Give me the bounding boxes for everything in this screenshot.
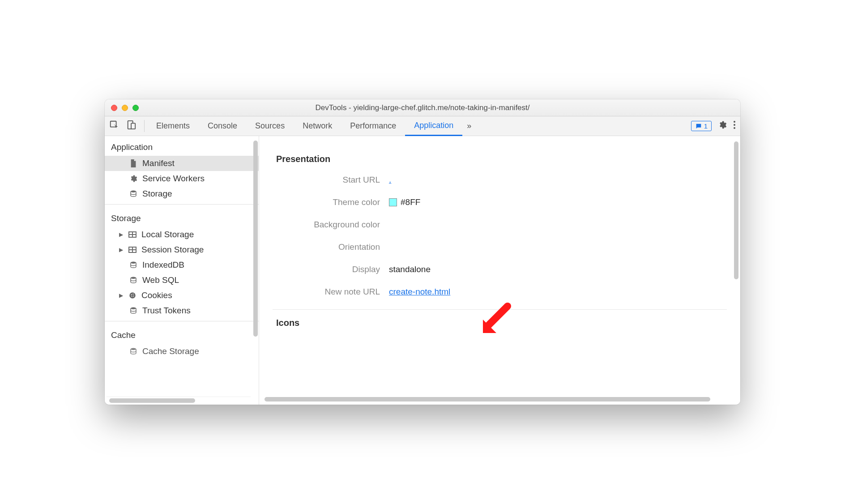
- sidebar-item-cookies[interactable]: ▶ Cookies: [105, 288, 259, 303]
- svg-point-4: [734, 124, 735, 126]
- row-start-url: Start URL .: [273, 175, 727, 185]
- label-background-color: Background color: [273, 220, 389, 230]
- svg-rect-2: [131, 123, 135, 129]
- database-icon: [129, 307, 138, 315]
- more-tabs-button[interactable]: »: [462, 121, 476, 131]
- window-title: DevTools - yielding-large-chef.glitch.me…: [105, 103, 740, 112]
- row-theme-color: Theme color #8FF: [273, 197, 727, 207]
- devtools-window: DevTools - yielding-large-chef.glitch.me…: [105, 99, 740, 405]
- sidebar-item-label: Cache Storage: [142, 346, 199, 356]
- link-start-url[interactable]: .: [389, 175, 391, 185]
- kebab-menu-icon[interactable]: [733, 120, 736, 132]
- caret-icon: ▶: [118, 292, 124, 299]
- sidebar-item-storage[interactable]: Storage: [105, 186, 259, 201]
- sidebar-item-manifest[interactable]: Manifest: [105, 156, 259, 171]
- label-new-note-url: New note URL: [273, 287, 389, 297]
- svg-point-20: [131, 308, 136, 310]
- row-new-note-url: New note URL create-note.html: [273, 287, 727, 297]
- svg-point-13: [131, 262, 136, 264]
- sidebar-divider: [105, 321, 259, 321]
- sidebar-item-session-storage[interactable]: ▶ Session Storage: [105, 242, 259, 257]
- section-presentation: Presentation: [276, 154, 727, 164]
- label-theme-color: Theme color: [273, 197, 389, 207]
- color-swatch: [389, 198, 397, 206]
- tab-console[interactable]: Console: [199, 116, 246, 136]
- devtools-toolbar: Elements Console Sources Network Perform…: [105, 116, 740, 136]
- database-icon: [129, 347, 138, 355]
- titlebar: DevTools - yielding-large-chef.glitch.me…: [105, 99, 740, 116]
- sidebar-item-label: IndexedDB: [142, 260, 184, 270]
- settings-icon[interactable]: [718, 120, 727, 132]
- main-scrollbar-h[interactable]: [262, 396, 731, 403]
- sidebar-scrollbar-h[interactable]: [107, 397, 251, 404]
- issues-count: 1: [704, 122, 708, 130]
- label-orientation: Orientation: [273, 242, 389, 252]
- row-display: Display standalone: [273, 265, 727, 274]
- svg-point-17: [133, 294, 134, 295]
- label-display: Display: [273, 265, 389, 274]
- sidebar-item-label: Manifest: [142, 158, 175, 168]
- sidebar-scrollbar[interactable]: [253, 141, 258, 392]
- gear-icon: [129, 175, 138, 183]
- label-start-url: Start URL: [273, 175, 389, 185]
- svg-point-5: [734, 127, 735, 129]
- tab-performance[interactable]: Performance: [341, 116, 405, 136]
- sidebar-item-local-storage[interactable]: ▶ Local Storage: [105, 227, 259, 242]
- row-orientation: Orientation: [273, 242, 727, 252]
- svg-point-3: [734, 121, 735, 123]
- row-background-color: Background color: [273, 220, 727, 230]
- sidebar-item-websql[interactable]: Web SQL: [105, 273, 259, 288]
- sidebar-item-cache-storage[interactable]: Cache Storage: [105, 344, 259, 359]
- main-scrollbar[interactable]: [734, 141, 738, 392]
- sidebar-item-label: Trust Tokens: [142, 306, 191, 316]
- svg-point-6: [131, 191, 136, 193]
- sidebar-item-label: Web SQL: [142, 275, 179, 285]
- device-toolbar-icon[interactable]: [126, 120, 136, 132]
- value-theme-color: #8FF: [401, 197, 420, 207]
- database-icon: [129, 261, 138, 269]
- group-storage-title: Storage: [105, 207, 259, 227]
- tab-application[interactable]: Application: [405, 117, 462, 136]
- sidebar-item-label: Local Storage: [141, 230, 194, 239]
- devtools-body: Application Manifest Service Workers Sto…: [105, 136, 740, 405]
- toolbar-tabs: Elements Console Sources Network Perform…: [147, 116, 687, 136]
- grid-icon: [128, 247, 137, 253]
- group-application-title: Application: [105, 136, 259, 156]
- sidebar-item-indexeddb[interactable]: IndexedDB: [105, 257, 259, 273]
- sidebar-item-label: Cookies: [141, 290, 172, 300]
- sidebar-item-service-workers[interactable]: Service Workers: [105, 171, 259, 186]
- application-sidebar: Application Manifest Service Workers Sto…: [105, 136, 259, 405]
- group-cache-title: Cache: [105, 324, 259, 344]
- sidebar-divider: [105, 204, 259, 205]
- database-icon: [129, 276, 138, 284]
- tab-network[interactable]: Network: [294, 116, 341, 136]
- issues-badge[interactable]: 1: [691, 121, 712, 131]
- sidebar-item-label: Session Storage: [141, 245, 204, 255]
- inspect-element-icon[interactable]: [109, 120, 119, 132]
- tab-sources[interactable]: Sources: [246, 116, 294, 136]
- svg-point-18: [133, 295, 134, 296]
- caret-icon: ▶: [118, 231, 124, 238]
- grid-icon: [128, 231, 137, 238]
- sidebar-item-label: Service Workers: [142, 174, 205, 184]
- database-icon: [129, 190, 138, 198]
- svg-point-15: [129, 292, 136, 299]
- cookie-icon: [128, 291, 137, 299]
- svg-point-21: [131, 348, 136, 350]
- caret-icon: ▶: [118, 247, 124, 253]
- tab-elements[interactable]: Elements: [147, 116, 199, 136]
- file-icon: [129, 159, 138, 167]
- section-divider: [273, 309, 727, 310]
- svg-point-14: [131, 277, 136, 279]
- sidebar-item-label: Storage: [142, 189, 172, 199]
- link-new-note-url[interactable]: create-note.html: [389, 287, 450, 297]
- svg-point-16: [131, 294, 132, 295]
- manifest-main-panel: Presentation Start URL . Theme color #8F…: [259, 136, 740, 405]
- section-icons: Icons: [276, 318, 727, 328]
- sidebar-item-trust-tokens[interactable]: Trust Tokens: [105, 303, 259, 318]
- value-display: standalone: [389, 265, 431, 274]
- svg-point-19: [132, 296, 132, 297]
